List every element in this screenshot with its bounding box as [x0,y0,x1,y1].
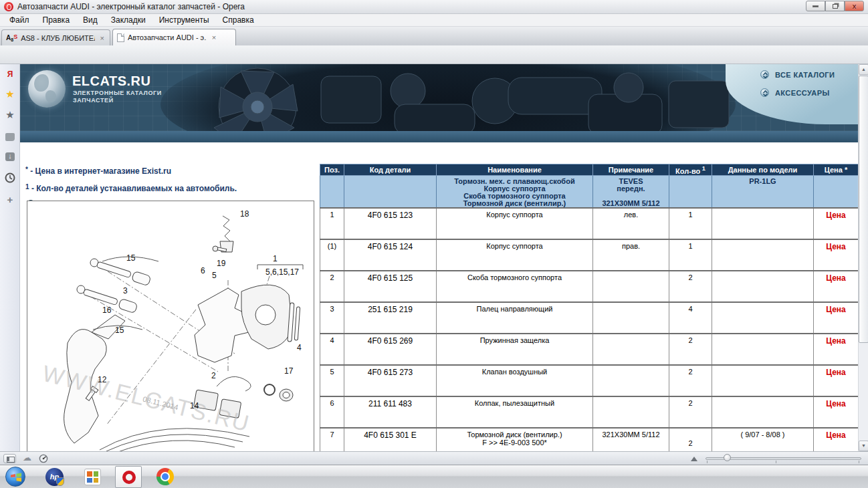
opera-app-icon [4,2,13,11]
footnote-marker: 1 [25,183,29,191]
col-header: Наименование [437,164,593,176]
parts-diagram[interactable]: WWW.ELCATS.RU 08.11.2014 1819156515,6,15… [27,201,314,451]
menu-item[interactable]: Справка [216,14,261,27]
price-cell: Цена [814,239,859,271]
yandex-panel-icon[interactable]: Я [0,70,20,79]
model-cell [712,396,814,428]
tab-close-icon[interactable] [98,34,106,42]
bookmarks-icon[interactable]: ★ [0,88,20,100]
model-cell [712,239,814,271]
price-link[interactable]: Цена [826,431,846,440]
pos-cell: 5 [320,365,344,396]
banner-bottom-strip [20,131,858,142]
footnote: 1 - Кол-во деталей устанавливаемых на ав… [25,183,237,193]
accessories-bullet-icon[interactable] [760,88,769,97]
name-cell: Пружинная защелка [437,334,593,365]
price-cell: Цена [814,428,859,451]
price-link[interactable]: Цена [826,305,846,314]
menu-item[interactable]: Вид [76,14,104,27]
scrollbar-thumb[interactable] [859,76,868,343]
qty-cell: 1 [669,208,712,239]
part-number-label: 3 [123,286,128,295]
tab-close-icon[interactable] [210,33,218,41]
model-cell [712,365,814,396]
pos-cell: 3 [320,302,344,334]
panel-toggle-button[interactable] [3,454,16,463]
qty-cell: 2 [669,334,712,365]
history-clock-icon[interactable] [0,172,20,186]
add-panel-icon[interactable]: + [0,194,20,205]
catalog-bullet-icon[interactable] [760,70,769,79]
part-number-label: 15 [126,253,135,263]
widgets-star-icon[interactable]: ★ [0,109,20,121]
uac-shield-icon [56,477,64,486]
a8-club-favicon: A8S [6,33,17,42]
menu-item[interactable]: Инструменты [152,14,216,27]
name-cell: Тормозн. мех. с плавающ.скобойКорпус суп… [437,176,593,209]
footnote: * - Цена в интернет-магазине Exist.ru [25,166,171,176]
qty-cell: 4 [669,302,712,334]
page-scrollbar[interactable] [858,64,868,451]
start-button[interactable] [5,467,25,487]
elcats-globe-logo [28,70,66,108]
zoom-icon[interactable] [691,457,697,461]
price-link[interactable]: Цена [826,242,846,251]
price-link[interactable]: Цена [826,399,846,408]
model-cell [712,334,814,365]
engine-photo [160,64,762,131]
zoom-slider-thumb[interactable] [724,454,731,461]
menu-bar: ФайлПравкаВидЗакладкиИнструментыСправка [0,14,868,27]
part-number-label: 4 [297,343,302,352]
part-number-label: 6 [201,266,205,275]
site-logo-subtitle: ЭЛЕКТРОННЫЕ КАТАЛОГИ [73,90,162,96]
title-bar[interactable]: Автозапчасти AUDI - электронный каталог … [0,0,868,14]
pos-cell: (1) [320,239,344,271]
menu-item[interactable]: Правка [36,14,77,27]
part-number-label: 19 [217,259,225,268]
accessories-link[interactable]: АКСЕССУАРЫ [775,89,830,97]
browser-tab[interactable]: Автозапчасти AUDI - э... [112,29,236,45]
restore-button[interactable] [825,1,845,11]
price-link[interactable]: Цена [826,336,846,346]
tab-label: AS8 - КЛУБ ЛЮБИТЕЛ... [21,34,95,42]
empty-cell [669,176,712,209]
scroll-up-icon[interactable] [859,64,868,75]
scroll-down-icon[interactable] [859,441,868,451]
note-cell [593,365,669,396]
pos-cell: 2 [320,271,344,302]
media-gallery-icon[interactable] [84,469,101,485]
close-button[interactable] [845,1,864,11]
name-cell: Клапан воздушный [437,365,593,396]
parts-table: Поз.Код деталиНаименованиеПримечаниеКол-… [320,164,858,451]
price-cell: Цена [814,365,859,396]
chrome-taskbar-icon[interactable] [156,468,174,485]
col-header: Данные по модели [712,164,814,176]
price-link[interactable]: Цена [826,211,846,220]
windows-taskbar: hp RU 23:43 08.11.2014 [0,465,868,488]
tab-bar: A8SAS8 - КЛУБ ЛЮБИТЕЛ...Автозапчасти AUD… [0,27,868,45]
note-cell [593,271,669,302]
table-row: 54F0 615 273Клапан воздушный2Цена [320,365,859,396]
price-link[interactable]: Цена [826,273,846,283]
name-cell: Тормозной диск (вентилир.)F >> 4E-9-003 … [437,428,593,451]
price-link[interactable]: Цена [826,368,846,377]
opera-unite-cloud-icon[interactable] [23,453,31,463]
code-cell: 4F0 615 269 [344,334,437,365]
navigation-bar: Веб www.elcats.ru/audi/Parts.aspx Я [0,45,868,64]
opera-window: Автозапчасти AUDI - электронный каталог … [0,0,868,488]
part-number-label: 1 [273,254,278,263]
pos-cell: 7 [320,428,344,451]
downloads-icon[interactable] [0,152,20,164]
browser-tab[interactable]: A8SAS8 - КЛУБ ЛЮБИТЕЛ... [1,29,110,45]
qty-cell: 2 [669,428,712,451]
opera-taskbar-button-active[interactable] [115,466,142,488]
pos-cell: 4 [320,334,344,365]
menu-item[interactable]: Закладки [104,14,152,27]
menu-item[interactable]: Файл [3,14,36,27]
qty-cell: 2 [669,365,712,396]
notes-icon[interactable] [0,132,20,144]
code-cell: 211 611 483 [344,396,437,428]
part-number-label: 15 [115,326,124,335]
all-catalogs-link[interactable]: ВСЕ КАТАЛОГИ [775,71,835,79]
minimize-button[interactable] [806,1,825,11]
